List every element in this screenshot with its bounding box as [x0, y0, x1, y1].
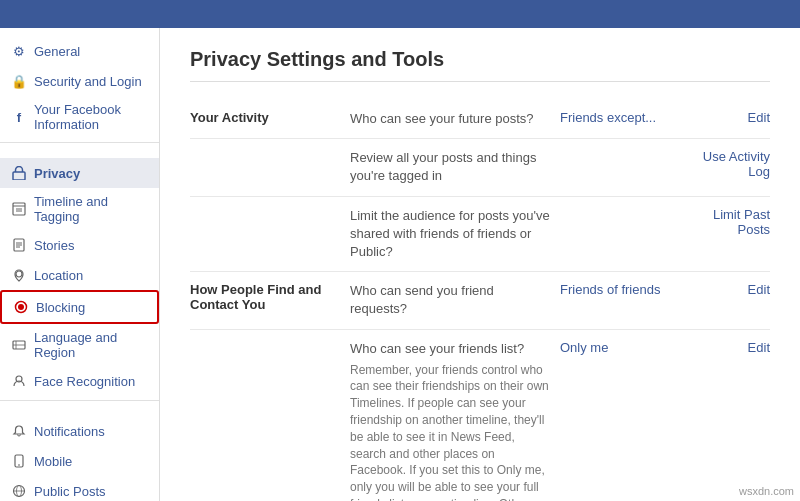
row-value: Friends of friends — [560, 282, 690, 297]
settings-row: Who can see your friends list?Remember, … — [190, 330, 770, 502]
sidebar-item-stories[interactable]: Stories — [0, 230, 159, 260]
sidebar-item-label-blocking: Blocking — [36, 300, 85, 315]
sidebar-item-label-timeline-tagging: Timeline and Tagging — [34, 194, 149, 224]
page-title: Privacy Settings and Tools — [190, 48, 770, 82]
watermark: wsxdn.com — [739, 485, 794, 497]
sidebar-item-public-posts[interactable]: Public Posts — [0, 476, 159, 501]
row-action[interactable]: Use Activity Log — [690, 149, 770, 179]
sidebar-item-label-general: General — [34, 44, 80, 59]
edit-link[interactable]: Edit — [748, 340, 770, 355]
sidebar-item-label-security-login: Security and Login — [34, 74, 142, 89]
privacy-icon — [10, 164, 28, 182]
edit-link[interactable]: Use Activity Log — [703, 149, 770, 179]
settings-row: Limit the audience for posts you've shar… — [190, 197, 770, 273]
row-action[interactable]: Limit Past Posts — [690, 207, 770, 237]
sidebar-item-label-facebook-info: Your Facebook Information — [34, 102, 149, 132]
notifications-icon — [10, 422, 28, 440]
timeline-tagging-icon — [10, 200, 28, 218]
edit-link[interactable]: Limit Past Posts — [713, 207, 770, 237]
row-value: Only me — [560, 340, 690, 355]
edit-link[interactable]: Edit — [748, 282, 770, 297]
security-login-icon: 🔒 — [10, 72, 28, 90]
top-bar — [0, 0, 800, 28]
sidebar-item-notifications[interactable]: Notifications — [0, 416, 159, 446]
sidebar-item-general[interactable]: ⚙General — [0, 36, 159, 66]
sidebar-item-blocking[interactable]: Blocking — [0, 290, 159, 324]
sidebar: ⚙General🔒Security and LoginfYour Faceboo… — [0, 28, 160, 501]
row-action[interactable]: Edit — [690, 110, 770, 125]
sidebar-item-label-face-recognition: Face Recognition — [34, 374, 135, 389]
settings-container: Your ActivityWho can see your future pos… — [190, 100, 770, 501]
language-region-icon — [10, 336, 28, 354]
row-note: Remember, your friends control who can s… — [350, 362, 550, 501]
general-icon: ⚙ — [10, 42, 28, 60]
public-posts-icon — [10, 482, 28, 500]
sidebar-item-face-recognition[interactable]: Face Recognition — [0, 366, 159, 396]
location-icon — [10, 266, 28, 284]
svg-point-11 — [18, 304, 24, 310]
sidebar-item-timeline-tagging[interactable]: Timeline and Tagging — [0, 188, 159, 230]
sidebar-item-privacy[interactable]: Privacy — [0, 158, 159, 188]
settings-row: Your ActivityWho can see your future pos… — [190, 100, 770, 139]
settings-row: How People Find and Contact YouWho can s… — [190, 272, 770, 329]
blocking-icon — [12, 298, 30, 316]
edit-link[interactable]: Edit — [748, 110, 770, 125]
sidebar-item-label-language-region: Language and Region — [34, 330, 149, 360]
sidebar-item-label-public-posts: Public Posts — [34, 484, 106, 499]
sidebar-item-language-region[interactable]: Language and Region — [0, 324, 159, 366]
row-description: Who can see your future posts? — [350, 110, 560, 128]
row-description: Who can send you friend requests? — [350, 282, 560, 318]
sidebar-item-facebook-info[interactable]: fYour Facebook Information — [0, 96, 159, 138]
face-recognition-icon — [10, 372, 28, 390]
sidebar-item-security-login[interactable]: 🔒Security and Login — [0, 66, 159, 96]
stories-icon — [10, 236, 28, 254]
row-description: Limit the audience for posts you've shar… — [350, 207, 560, 262]
mobile-icon — [10, 452, 28, 470]
row-value: Friends except... — [560, 110, 690, 125]
sidebar-item-label-mobile: Mobile — [34, 454, 72, 469]
sidebar-item-label-stories: Stories — [34, 238, 74, 253]
svg-point-9 — [16, 271, 22, 277]
row-action[interactable]: Edit — [690, 282, 770, 297]
sidebar-item-mobile[interactable]: Mobile — [0, 446, 159, 476]
sidebar-item-location[interactable]: Location — [0, 260, 159, 290]
content-area: Privacy Settings and Tools Your Activity… — [160, 28, 800, 501]
sidebar-item-label-location: Location — [34, 268, 83, 283]
sidebar-item-label-notifications: Notifications — [34, 424, 105, 439]
row-description: Review all your posts and things you're … — [350, 149, 560, 185]
row-action[interactable]: Edit — [690, 340, 770, 355]
facebook-info-icon: f — [10, 108, 28, 126]
section-label: How People Find and Contact You — [190, 282, 350, 312]
row-description: Who can see your friends list?Remember, … — [350, 340, 560, 502]
main-container: ⚙General🔒Security and LoginfYour Faceboo… — [0, 28, 800, 501]
sidebar-item-label-privacy: Privacy — [34, 166, 80, 181]
section-label: Your Activity — [190, 110, 350, 125]
settings-row: Review all your posts and things you're … — [190, 139, 770, 196]
svg-rect-0 — [13, 172, 25, 180]
